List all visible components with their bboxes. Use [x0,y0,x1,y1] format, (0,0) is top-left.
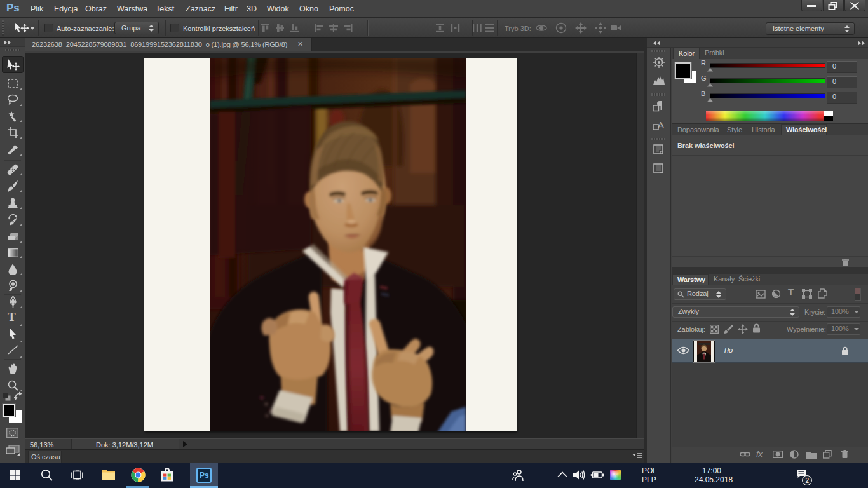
svg-text:A: A [658,119,664,130]
